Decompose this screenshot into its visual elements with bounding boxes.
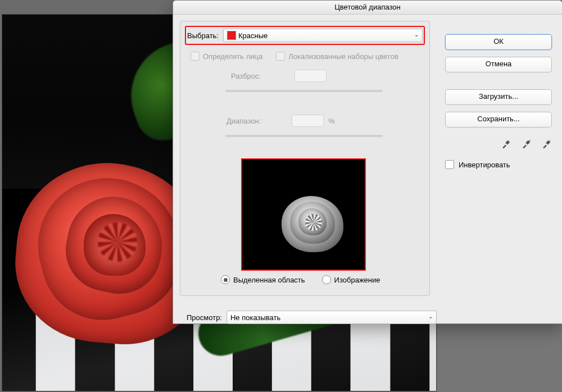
preview-value: Не показывать — [230, 313, 280, 322]
save-button[interactable]: Сохранить... — [445, 112, 552, 127]
radio-selection[interactable]: Выделенная область — [221, 275, 305, 284]
svg-text:−: − — [549, 139, 551, 143]
eyedropper-icon[interactable] — [501, 139, 511, 149]
color-swatch-icon — [227, 31, 236, 40]
range-slider — [225, 135, 383, 137]
load-button[interactable]: Загрузить... — [445, 89, 552, 105]
svg-text:+: + — [529, 139, 531, 143]
chevron-down-icon: ⌄ — [414, 31, 419, 38]
fuzziness-input — [294, 70, 327, 82]
ok-button[interactable]: ОК — [445, 34, 552, 50]
detect-faces-checkbox: Определять лица — [191, 52, 262, 61]
preview-label: Просмотр: — [187, 313, 222, 322]
select-value: Красные — [238, 31, 268, 40]
invert-checkbox[interactable]: Инвертировать — [445, 160, 552, 169]
chevron-down-icon: ⌄ — [428, 313, 433, 320]
cancel-button[interactable]: Отмена — [445, 57, 552, 72]
select-dropdown[interactable]: Красные ⌄ — [223, 29, 423, 42]
main-fieldset: Выбрать: Красные ⌄ Определять лица Локал… — [180, 21, 430, 296]
fuzziness-slider — [225, 90, 383, 92]
localized-colors-checkbox: Локализованные наборы цветов — [276, 52, 398, 61]
color-range-dialog: Цветовой диапазон Выбрать: Красные ⌄ Опр… — [173, 0, 562, 324]
radio-image[interactable]: Изображение — [322, 275, 380, 284]
eyedropper-subtract-icon[interactable]: − — [542, 139, 552, 149]
selection-preview — [241, 158, 366, 271]
select-label: Выбрать: — [187, 31, 219, 40]
preview-dropdown[interactable]: Не показывать ⌄ — [226, 311, 437, 324]
range-input — [292, 115, 324, 127]
eyedropper-add-icon[interactable]: + — [522, 139, 532, 149]
fuzziness-label: Разброс: — [231, 72, 261, 80]
range-unit: % — [328, 117, 335, 125]
dialog-title: Цветовой диапазон — [173, 1, 562, 15]
range-label: Диапазон: — [226, 117, 261, 125]
